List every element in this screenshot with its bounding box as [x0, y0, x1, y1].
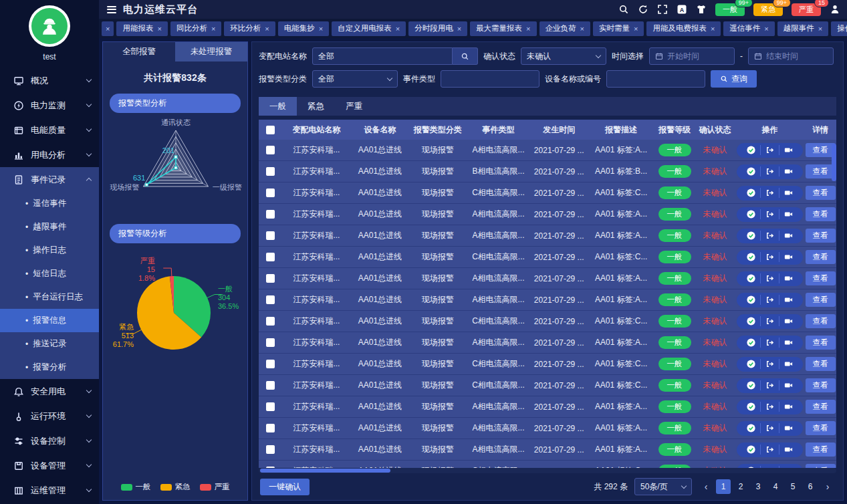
confirm-icon[interactable] [742, 423, 760, 433]
confirm-icon[interactable] [742, 231, 760, 241]
tab-close-icon[interactable]: × [396, 25, 400, 33]
sidebar-item-设备控制[interactable]: 设备控制 [0, 428, 99, 453]
page-5[interactable]: 5 [785, 479, 800, 494]
confirm-icon[interactable] [742, 166, 760, 176]
video-icon[interactable] [779, 188, 798, 198]
alarm-type-select[interactable]: 全部 [312, 70, 398, 88]
legend-item-严重[interactable]: 严重 [200, 482, 230, 492]
theme-icon[interactable] [696, 4, 707, 15]
confirm-icon[interactable] [742, 252, 760, 262]
sidebar-item-事件记录[interactable]: 事件记录 [0, 167, 99, 192]
end-time-input[interactable] [748, 47, 834, 65]
view-button[interactable]: 查看 [806, 143, 836, 157]
view-button[interactable]: 查看 [806, 443, 836, 457]
row-checkbox[interactable] [266, 381, 275, 390]
video-icon[interactable] [779, 295, 798, 305]
header-badge-general[interactable]: 一般 99+ [715, 3, 745, 16]
query-button[interactable]: 查询 [711, 70, 757, 88]
fullscreen-icon[interactable] [657, 4, 668, 15]
table-row[interactable]: 江苏安科瑞... AA01总进线 现场报警 C相电流高限... 2021-07-… [259, 311, 836, 332]
tab-close-icon[interactable]: × [157, 25, 161, 33]
forward-icon[interactable] [760, 209, 779, 219]
table-row[interactable]: 江苏安科瑞... AA01总进线 现场报警 A相电流高限... 2021-07-… [259, 332, 836, 354]
sidebar-subitem-越限事件[interactable]: •越限事件 [0, 215, 99, 239]
tab-分时段用电[interactable]: 分时段用电× [408, 21, 467, 36]
sidebar-item-概况[interactable]: 概况 [0, 68, 99, 93]
tab-all-alarms[interactable]: 全部报警 [103, 42, 175, 61]
translate-icon[interactable]: A [677, 4, 687, 15]
page-2[interactable]: 2 [733, 479, 748, 494]
next-page-button[interactable]: › [820, 479, 835, 494]
table-row[interactable]: 江苏安科瑞... AA01总进线 现场报警 C相电流高限... 2021-07-… [259, 182, 836, 204]
tab-实时需量[interactable]: 实时需量× [593, 21, 644, 36]
start-time-input[interactable] [649, 47, 735, 65]
forward-icon[interactable] [760, 252, 779, 262]
tab-close-icon[interactable]: × [580, 25, 584, 33]
table-row[interactable]: 江苏安科瑞... AA01总进线 现场报警 A相电流高限... 2021-07-… [259, 289, 836, 311]
forward-icon[interactable] [760, 145, 779, 155]
station-search-button[interactable] [453, 47, 478, 65]
vertical-scrollbar[interactable] [832, 144, 836, 181]
confirm-icon[interactable] [742, 402, 760, 412]
video-icon[interactable] [779, 338, 798, 348]
row-checkbox[interactable] [266, 295, 275, 304]
video-icon[interactable] [779, 316, 798, 326]
tab-用能及电费报表[interactable]: 用能及电费报表× [646, 21, 721, 36]
forward-icon[interactable] [760, 402, 779, 412]
confirm-icon[interactable] [742, 380, 760, 390]
table-row[interactable]: 江苏安科瑞... AA01总进线 现场报警 A相电流高限... 2021-07-… [259, 204, 836, 225]
tab-遥信事件[interactable]: 遥信事件× [723, 21, 774, 36]
tab-close-icon[interactable]: × [764, 25, 768, 33]
sidebar-subitem-推送记录[interactable]: •推送记录 [0, 332, 99, 356]
device-name-field[interactable] [612, 74, 699, 84]
confirm-status-select[interactable]: 未确认 [521, 47, 606, 65]
sidebar-item-安全用电[interactable]: 安全用电 [0, 379, 99, 404]
forward-icon[interactable] [760, 445, 779, 455]
confirm-icon[interactable] [742, 188, 760, 198]
view-button[interactable]: 查看 [806, 293, 836, 307]
refresh-icon[interactable] [638, 4, 648, 15]
confirm-icon[interactable] [742, 209, 760, 219]
tab-越限事件[interactable]: 越限事件× [777, 21, 828, 36]
forward-icon[interactable] [760, 295, 779, 305]
tab-操作日志[interactable]: 操作日志× [831, 21, 847, 36]
view-button[interactable]: 查看 [806, 378, 836, 392]
tab-overflow-left[interactable]: × [102, 21, 114, 36]
forward-icon[interactable] [760, 359, 779, 369]
page-size-select[interactable]: 50条/页 [634, 478, 692, 495]
legend-item-一般[interactable]: 一般 [121, 482, 151, 492]
select-all-checkbox[interactable] [266, 126, 275, 134]
tab-close-icon[interactable]: × [634, 25, 638, 33]
confirm-icon[interactable] [742, 273, 760, 283]
tab-最大需量报表[interactable]: 最大需量报表× [470, 21, 536, 36]
video-icon[interactable] [779, 402, 798, 412]
view-button[interactable]: 查看 [806, 229, 836, 243]
page-4[interactable]: 4 [768, 479, 783, 494]
table-row[interactable]: 江苏安科瑞... AA01总进线 现场报警 A相电流高限... 2021-07-… [259, 418, 836, 439]
level-tab-紧急[interactable]: 紧急 [297, 97, 335, 116]
row-checkbox[interactable] [266, 253, 275, 261]
sidebar-item-运维管理[interactable]: 运维管理 [0, 478, 99, 503]
video-icon[interactable] [779, 231, 798, 241]
table-row[interactable]: 江苏安科瑞... AA01总进线 现场报警 B相电流高限... 2021-07-… [259, 161, 836, 182]
video-icon[interactable] [779, 423, 798, 433]
sidebar-item-用电分析[interactable]: 用电分析 [0, 142, 99, 167]
page-6[interactable]: 6 [803, 479, 818, 494]
row-checkbox[interactable] [266, 231, 275, 240]
start-time-field[interactable] [667, 51, 729, 61]
table-row[interactable]: 江苏安科瑞... AA01总进线 现场报警 A相电流高限... 2021-07-… [259, 225, 836, 247]
level-tab-严重[interactable]: 严重 [335, 97, 373, 116]
search-icon[interactable] [618, 4, 629, 15]
row-checkbox[interactable] [266, 317, 275, 326]
legend-item-紧急[interactable]: 紧急 [160, 482, 191, 492]
table-row[interactable]: 江苏安科瑞... AA01总进线 现场报警 A相电流高限... 2021-07-… [259, 268, 836, 289]
confirm-icon[interactable] [742, 338, 760, 348]
row-checkbox[interactable] [266, 445, 275, 454]
row-checkbox[interactable] [266, 424, 275, 432]
tab-close-icon[interactable]: × [319, 25, 323, 33]
forward-icon[interactable] [760, 273, 779, 283]
view-button[interactable]: 查看 [806, 357, 836, 371]
tab-close-icon[interactable]: × [211, 25, 215, 33]
video-icon[interactable] [779, 209, 798, 219]
row-checkbox[interactable] [266, 402, 275, 411]
